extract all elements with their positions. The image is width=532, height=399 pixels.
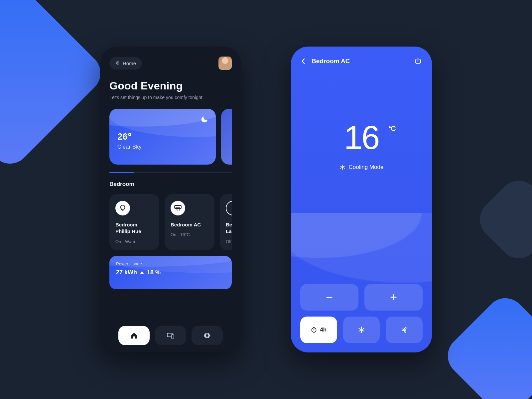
device-name: Bedroom Phillip Hue <box>115 221 153 235</box>
svg-point-8 <box>312 328 316 332</box>
device-name: Bedroom AC <box>171 221 208 228</box>
greeting-title: Good Evening <box>109 80 232 92</box>
weather-card-next[interactable] <box>221 109 232 165</box>
device-status: Off <box>226 239 232 244</box>
home-icon <box>130 332 138 339</box>
power-icon[interactable] <box>414 57 422 65</box>
ac-temperature: 16 °C <box>344 118 379 157</box>
moon-icon <box>200 115 208 124</box>
ac-detail-screen: Bedroom AC 16 °C Cooling Mode − + <box>291 47 432 352</box>
ac-icon <box>171 201 185 215</box>
location-pin-icon <box>115 61 120 66</box>
device-name: Bedroom Lamp <box>226 221 232 235</box>
location-label: Home <box>123 61 136 66</box>
greeting-subtitle: Let's set things up to make you comfy to… <box>109 95 232 100</box>
section-tab-indicator[interactable] <box>109 172 232 173</box>
device-status: On - 16°C <box>171 232 208 237</box>
snowflake-icon <box>358 326 365 333</box>
device-status: On - Warm <box>115 239 153 244</box>
weather-card[interactable]: 26° Clear Sky <box>109 109 216 165</box>
timer-button[interactable]: 4h <box>300 317 337 343</box>
avatar[interactable] <box>218 57 232 70</box>
mode-button[interactable] <box>343 317 380 343</box>
devices-icon <box>167 332 175 339</box>
location-pill[interactable]: Home <box>109 57 142 69</box>
timer-icon <box>311 327 317 333</box>
svg-point-0 <box>117 62 118 63</box>
temp-increase-button[interactable]: + <box>364 284 423 311</box>
nav-settings-button[interactable] <box>192 326 223 345</box>
fan-button[interactable] <box>386 317 423 343</box>
timer-label: 4h <box>320 327 327 333</box>
snowflake-icon <box>339 164 345 170</box>
gear-icon <box>203 332 211 339</box>
svg-rect-4 <box>171 335 174 338</box>
power-usage-card[interactable]: Power Usage 27 kWh 18 % <box>109 256 232 289</box>
device-card-ac[interactable]: Bedroom AC On - 16°C <box>165 194 214 250</box>
wave-decoration <box>109 256 232 289</box>
device-icon <box>226 201 232 215</box>
fan-icon <box>400 326 408 334</box>
ac-mode: Cooling Mode <box>349 164 384 171</box>
temp-decrease-button[interactable]: − <box>300 284 358 311</box>
back-icon[interactable] <box>301 58 306 64</box>
svg-rect-1 <box>175 205 181 208</box>
nav-home-button[interactable] <box>118 326 150 345</box>
home-screen: Home Good Evening Let's set things up to… <box>100 47 241 352</box>
page-title: Bedroom AC <box>312 58 350 65</box>
section-title: Bedroom <box>109 181 232 188</box>
nav-devices-button[interactable] <box>155 326 186 345</box>
device-card-lamp[interactable]: Bedroom Lamp Off <box>220 194 232 250</box>
lightbulb-icon <box>115 201 130 215</box>
device-card-light[interactable]: Bedroom Phillip Hue On - Warm <box>109 194 159 250</box>
temp-unit: °C <box>389 124 395 133</box>
